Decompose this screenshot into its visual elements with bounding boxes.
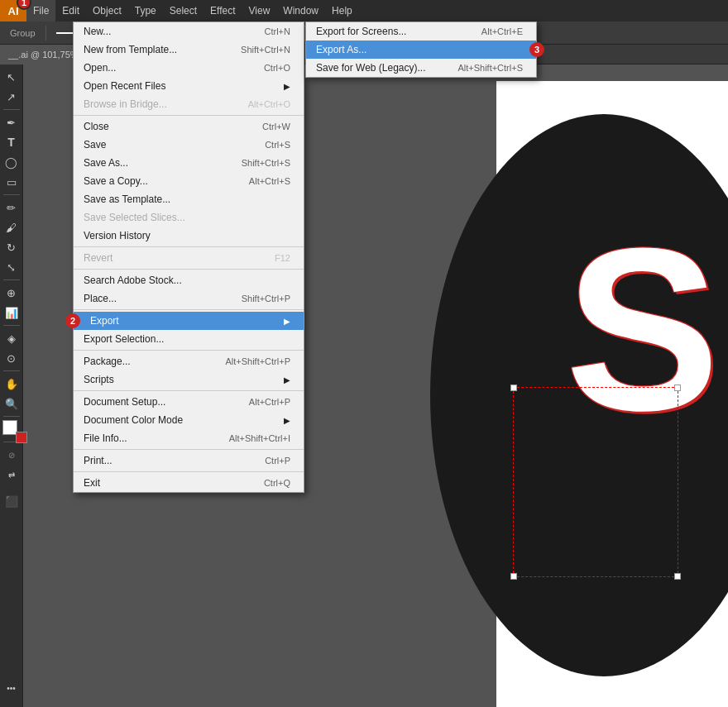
- menu-item-bridge: Browse in Bridge... Alt+Ctrl+O: [74, 95, 304, 113]
- menu-item-print-label: Print...: [84, 455, 113, 466]
- export-submenu[interactable]: Export for Screens... Alt+Ctrl+E Export …: [305, 21, 537, 78]
- tool-sep-2: [3, 194, 20, 195]
- menu-select[interactable]: Select: [163, 0, 204, 21]
- ellipse-tool-icon[interactable]: ◯: [2, 153, 21, 171]
- menu-item-exit-shortcut: Ctrl+Q: [264, 478, 290, 488]
- menu-item-file-info[interactable]: File Info... Alt+Shift+Ctrl+I: [74, 429, 304, 447]
- direct-select-icon[interactable]: ↗: [2, 88, 21, 106]
- sep-2: [74, 246, 304, 247]
- color-swatch-wrapper[interactable]: [2, 420, 21, 438]
- menu-item-open-shortcut: Ctrl+O: [264, 63, 290, 73]
- menu-item-save-copy-shortcut: Alt+Ctrl+S: [249, 176, 290, 186]
- tool-sep-1: [3, 109, 20, 110]
- menu-item-bridge-shortcut: Alt+Ctrl+O: [248, 99, 290, 109]
- menu-item-save-shortcut: Ctrl+S: [265, 140, 290, 150]
- menu-item-doc-setup-label: Document Setup...: [84, 396, 165, 408]
- menu-item-save-template-label: Save as Template...: [84, 193, 170, 205]
- blend-tool-icon[interactable]: ⊕: [2, 284, 21, 302]
- handle-bl[interactable]: [510, 573, 517, 580]
- menu-item-export-selection[interactable]: Export Selection...: [74, 330, 304, 348]
- text-tool-icon[interactable]: T: [2, 133, 21, 151]
- menu-item-export-arrow: ▶: [284, 317, 290, 326]
- step-badge-3: 3: [529, 42, 544, 57]
- menu-item-color-mode-label: Document Color Mode: [84, 414, 183, 426]
- menu-item-place-label: Place...: [84, 293, 117, 304]
- fill-none-icon[interactable]: ⊘: [2, 446, 21, 464]
- gradient-tool-icon[interactable]: ◈: [2, 329, 21, 347]
- export-as-label: Export As...: [316, 44, 366, 55]
- export-for-screens-label: Export for Screens...: [316, 26, 406, 37]
- scale-tool-icon[interactable]: ⤡: [2, 258, 21, 276]
- menu-item-revert-shortcut: F12: [275, 253, 290, 263]
- menu-item-save-template[interactable]: Save as Template...: [74, 190, 304, 208]
- menu-edit[interactable]: Edit: [55, 0, 86, 21]
- menu-item-new[interactable]: New... Ctrl+N: [74, 22, 304, 41]
- step-badge-2: 2: [65, 313, 80, 328]
- menu-item-stock[interactable]: Search Adobe Stock...: [74, 271, 304, 289]
- chart-tool-icon[interactable]: 📊: [2, 303, 21, 322]
- export-for-screens[interactable]: Export for Screens... Alt+Ctrl+E: [306, 22, 536, 41]
- select-tool-icon[interactable]: ↖: [2, 68, 21, 86]
- menu-item-file-info-shortcut: Alt+Shift+Ctrl+I: [229, 433, 290, 443]
- rect-tool-icon[interactable]: ▭: [2, 173, 21, 191]
- menu-item-close[interactable]: Close Ctrl+W: [74, 117, 304, 136]
- menu-help[interactable]: Help: [325, 0, 359, 21]
- menu-item-version-history[interactable]: Version History: [74, 227, 304, 245]
- pen-tool-icon[interactable]: ✒: [2, 113, 21, 131]
- menu-item-save[interactable]: Save Ctrl+S: [74, 136, 304, 154]
- menu-item-doc-setup[interactable]: Document Setup... Alt+Ctrl+P: [74, 393, 304, 411]
- menu-item-new-label: New...: [84, 26, 111, 37]
- more-tools[interactable]: •••: [2, 679, 21, 704]
- menu-item-place-shortcut: Shift+Ctrl+P: [242, 294, 290, 303]
- menu-item-place[interactable]: Place... Shift+Ctrl+P: [74, 289, 304, 308]
- zoom-tool-icon[interactable]: 🔍: [2, 394, 21, 413]
- menu-item-print[interactable]: Print... Ctrl+P: [74, 451, 304, 470]
- menu-item-save-copy[interactable]: Save a Copy... Alt+Ctrl+S: [74, 172, 304, 190]
- menu-item-save-copy-label: Save a Copy...: [84, 175, 148, 187]
- brush-tool-icon[interactable]: 🖌: [2, 218, 21, 236]
- menu-item-export-selection-label: Export Selection...: [84, 333, 164, 345]
- rotate-tool-icon[interactable]: ↻: [2, 238, 21, 256]
- menu-item-bridge-label: Browse in Bridge...: [84, 98, 167, 110]
- menu-item-scripts-label: Scripts: [84, 374, 114, 385]
- eyedropper-icon[interactable]: ⊙: [2, 349, 21, 367]
- menu-item-new-shortcut: Ctrl+N: [265, 26, 290, 36]
- menu-item-close-label: Close: [84, 121, 109, 132]
- menu-item-close-shortcut: Ctrl+W: [262, 122, 290, 131]
- menu-item-color-mode-arrow: ▶: [284, 416, 290, 425]
- swap-icon[interactable]: ⇄: [2, 466, 21, 484]
- menu-item-save-as[interactable]: Save As... Shift+Ctrl+S: [74, 154, 304, 172]
- menu-effect[interactable]: Effect: [204, 0, 242, 21]
- more-icon[interactable]: •••: [2, 679, 21, 697]
- menu-item-file-info-label: File Info...: [84, 432, 127, 444]
- handle-tl[interactable]: [510, 385, 517, 391]
- menu-item-color-mode[interactable]: Document Color Mode ▶: [74, 411, 304, 429]
- menu-type[interactable]: Type: [128, 0, 163, 21]
- menu-window[interactable]: Window: [276, 0, 325, 21]
- menu-item-open-recent[interactable]: Open Recent Files ▶: [74, 77, 304, 95]
- menu-item-export[interactable]: 2 Export ▶: [74, 312, 304, 330]
- menu-object[interactable]: Object: [86, 0, 128, 21]
- menu-item-print-shortcut: Ctrl+P: [265, 456, 290, 466]
- hand-tool-icon[interactable]: ✋: [2, 375, 21, 393]
- menu-item-open[interactable]: Open... Ctrl+O: [74, 59, 304, 77]
- pencil-tool-icon[interactable]: ✏: [2, 198, 21, 217]
- tool-extra-icon[interactable]: ⬛: [2, 492, 21, 510]
- menu-item-revert: Revert F12: [74, 249, 304, 267]
- menu-item-new-template[interactable]: New from Template... Shift+Ctrl+N: [74, 41, 304, 59]
- menu-item-revert-label: Revert: [84, 252, 113, 264]
- menu-view[interactable]: View: [242, 0, 277, 21]
- save-for-web[interactable]: Save for Web (Legacy)... Alt+Shift+Ctrl+…: [306, 59, 536, 77]
- export-as[interactable]: Export As... 3: [306, 41, 536, 59]
- menu-item-exit-label: Exit: [84, 477, 100, 489]
- menu-item-scripts[interactable]: Scripts ▶: [74, 370, 304, 389]
- file-menu[interactable]: New... Ctrl+N New from Template... Shift…: [73, 21, 304, 493]
- background-swatch[interactable]: [16, 432, 27, 443]
- handle-tr[interactable]: [674, 385, 681, 391]
- tool-sep-6: [3, 416, 20, 417]
- artboard-icon[interactable]: ⬛: [2, 492, 21, 510]
- menu-item-package[interactable]: Package... Alt+Shift+Ctrl+P: [74, 352, 304, 370]
- handle-br[interactable]: [674, 573, 681, 580]
- menu-item-open-label: Open...: [84, 62, 116, 74]
- menu-item-exit[interactable]: Exit Ctrl+Q: [74, 474, 304, 492]
